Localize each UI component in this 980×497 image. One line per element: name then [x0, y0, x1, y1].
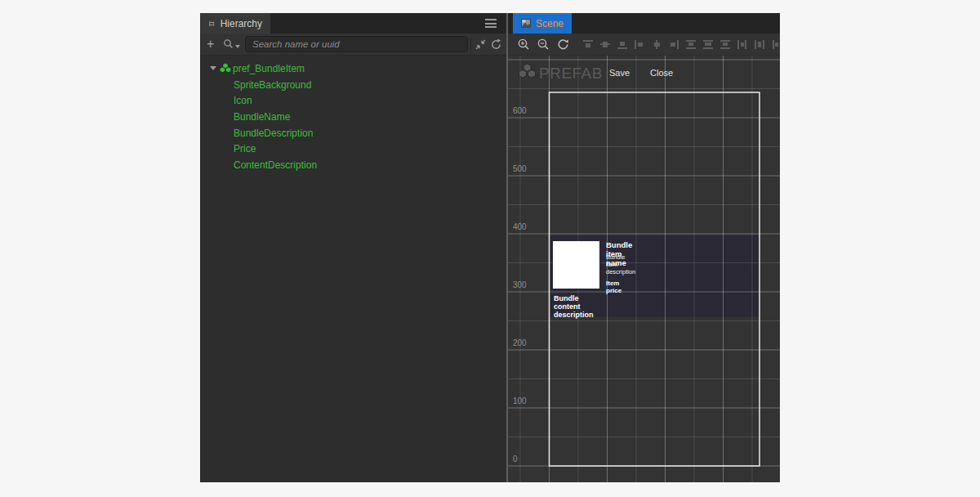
refresh-icon[interactable] — [490, 38, 502, 51]
expand-triangle-icon[interactable] — [210, 66, 216, 70]
price-label[interactable]: Item price — [606, 280, 621, 294]
tree-item[interactable]: ContentDescription — [200, 157, 506, 173]
panel-menu-icon[interactable] — [485, 19, 497, 28]
align-vcenter-icon[interactable] — [599, 39, 611, 50]
prefab-edit-bar: PREFAB Save Close — [508, 56, 780, 88]
zoom-in-icon[interactable] — [518, 38, 530, 51]
search-filter-icon[interactable] — [223, 38, 240, 50]
close-button[interactable]: Close — [650, 68, 673, 78]
hierarchy-panel: Hierarchy + — [200, 13, 506, 482]
collapse-all-icon[interactable] — [474, 38, 487, 51]
search-filter-caret-icon — [235, 45, 240, 48]
tree-item-label: BundleDescription — [234, 128, 313, 139]
prefab-mode-title: PREFAB — [539, 65, 603, 83]
dist-vcenter-icon[interactable] — [702, 39, 714, 50]
dist-right-icon[interactable] — [771, 39, 780, 50]
tree-item-label: Price — [234, 143, 256, 154]
search-input[interactable] — [245, 36, 468, 52]
tab-hierarchy[interactable]: Hierarchy — [200, 13, 270, 34]
tree-item-label: SpriteBackground — [234, 79, 311, 91]
editor-window: Hierarchy + — [200, 13, 780, 482]
align-top-icon[interactable] — [582, 39, 594, 50]
scene-panel: Scene — [508, 13, 780, 482]
prefab-cube-icon — [220, 63, 231, 74]
dist-hcenter-icon[interactable] — [754, 39, 765, 50]
add-node-button[interactable]: + — [207, 36, 214, 52]
hierarchy-tab-label: Hierarchy — [220, 18, 262, 29]
dist-top-icon[interactable] — [685, 39, 697, 50]
bundle-description-label[interactable]: Bundle item description — [606, 253, 635, 275]
ruler-label: 200 — [513, 338, 527, 347]
ruler-label: 100 — [513, 396, 527, 405]
dist-left-icon[interactable] — [737, 39, 748, 50]
tree-item[interactable]: Price — [200, 141, 506, 157]
scene-grid — [508, 56, 780, 482]
tree-item[interactable]: Icon — [200, 92, 506, 109]
ruler-label: 500 — [513, 164, 527, 173]
scene-toolbar — [508, 34, 780, 56]
scene-image-icon — [521, 19, 531, 28]
tree-item-label: ContentDescription — [234, 159, 317, 171]
tree-item-root[interactable]: pref_BundleItem — [200, 60, 506, 77]
tree-item-label: pref_BundleItem — [233, 63, 305, 74]
scene-viewport[interactable]: 6005004003002001000 PREFAB Save Close — [508, 56, 780, 482]
zoom-out-icon[interactable] — [537, 38, 550, 51]
tree-item[interactable]: BundleName — [200, 109, 506, 125]
tree-item-label: BundleName — [234, 111, 290, 123]
ruler-label: 600 — [513, 106, 527, 115]
hierarchy-tree: pref_BundleItem SpriteBackgroundIconBund… — [200, 56, 506, 482]
tree-item[interactable]: SpriteBackground — [200, 77, 506, 93]
hierarchy-tree-icon — [208, 19, 216, 29]
align-right-icon[interactable] — [668, 39, 679, 50]
align-left-icon[interactable] — [634, 39, 645, 50]
align-hcenter-icon[interactable] — [651, 39, 662, 50]
scene-tabbar: Scene — [508, 13, 780, 34]
tab-scene[interactable]: Scene — [513, 13, 572, 34]
align-bottom-icon[interactable] — [617, 39, 628, 50]
hierarchy-toolbar: + — [200, 34, 506, 56]
tree-item[interactable]: BundleDescription — [200, 125, 506, 141]
content-description-label[interactable]: Bundle content description — [554, 294, 594, 319]
ruler-label: 400 — [513, 222, 527, 231]
dist-bottom-icon[interactable] — [719, 39, 731, 50]
prefab-cubes-icon — [519, 64, 536, 79]
scene-tab-label: Scene — [536, 18, 564, 29]
ruler-label: 300 — [513, 280, 527, 289]
ruler-label: 0 — [513, 454, 518, 463]
reset-view-icon[interactable] — [557, 38, 569, 51]
hierarchy-tabbar: Hierarchy — [200, 13, 506, 34]
tree-item-label: Icon — [234, 95, 252, 106]
icon-node[interactable] — [553, 241, 599, 289]
save-button[interactable]: Save — [609, 68, 630, 78]
